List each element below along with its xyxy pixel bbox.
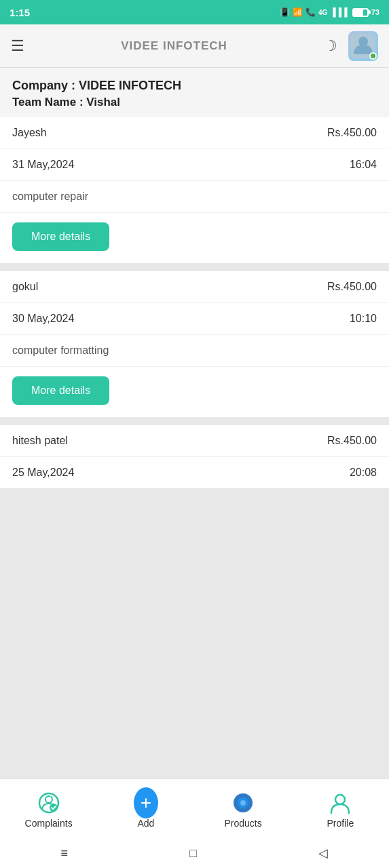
nav-profile-label: Profile [327, 818, 354, 829]
header-icons: ☽ [324, 31, 378, 61]
card-1-description: computer repair [0, 181, 389, 213]
card-1-desc-text: computer repair [12, 191, 88, 202]
hamburger-icon[interactable]: ☰ [11, 37, 24, 55]
nav-complaints[interactable]: Complaints [0, 791, 97, 829]
card-2-date-row: 30 May,2024 10:10 [0, 303, 389, 335]
header: ☰ VIDEE INFOTECH ☽ [0, 24, 389, 68]
card-3-name-row: hitesh patel Rs.450.00 [0, 425, 389, 457]
card-1: Jayesh Rs.450.00 31 May,2024 16:04 compu… [0, 117, 389, 263]
battery-icon [352, 8, 369, 17]
card-3-amount: Rs.450.00 [327, 435, 377, 447]
card-2-more-details-button[interactable]: More details [12, 376, 109, 405]
system-menu-icon[interactable]: ≡ [61, 846, 69, 861]
card-2-button-row: More details [0, 367, 389, 417]
company-name: Company : VIDEE INFOTECH [12, 79, 377, 93]
moon-icon[interactable]: ☽ [324, 37, 337, 55]
system-back-icon[interactable]: ◁ [318, 846, 328, 861]
card-3: hitesh patel Rs.450.00 25 May,2024 20:08 [0, 425, 389, 488]
svg-point-3 [45, 796, 52, 803]
nav-products-label: Products [225, 818, 262, 829]
header-title: VIDEE INFOTECH [121, 39, 227, 53]
card-2-customer-name: gokul [12, 281, 38, 293]
card-2-date: 30 May,2024 [12, 313, 74, 325]
bottom-nav: Complaints + Add Products Profile [0, 778, 389, 838]
system-nav: ≡ □ ◁ [0, 838, 389, 868]
status-time: 1:15 [10, 7, 30, 18]
nav-add-label: Add [137, 818, 154, 829]
card-2-desc-text: computer formatting [12, 344, 109, 356]
add-circle: + [134, 787, 158, 818]
team-name: Team Name : Vishal [12, 96, 377, 109]
cards-container: Jayesh Rs.450.00 31 May,2024 16:04 compu… [0, 117, 389, 778]
card-1-name-row: Jayesh Rs.450.00 [0, 117, 389, 149]
card-1-amount: Rs.450.00 [327, 127, 377, 139]
status-icons: 📳 📶 📞 4G ▐▐▐ 73 [280, 7, 379, 17]
system-home-icon[interactable]: □ [189, 846, 197, 861]
svg-point-7 [240, 800, 246, 806]
nav-profile[interactable]: Profile [292, 791, 389, 829]
battery-level: 73 [371, 8, 379, 16]
card-1-button-row: More details [0, 213, 389, 263]
lte-icon: 4G [318, 9, 327, 16]
card-2-name-row: gokul Rs.450.00 [0, 271, 389, 303]
profile-icon [328, 791, 352, 815]
vibrate-icon: 📳 [280, 7, 290, 17]
products-icon [231, 791, 255, 815]
nav-products[interactable]: Products [195, 791, 292, 829]
card-1-time: 16:04 [350, 159, 377, 171]
card-2-amount: Rs.450.00 [327, 281, 377, 293]
card-1-date: 31 May,2024 [12, 159, 74, 171]
card-3-time: 20:08 [350, 467, 377, 479]
card-2-description: computer formatting [0, 335, 389, 367]
avatar-online-badge [369, 52, 377, 60]
avatar-container[interactable] [348, 31, 378, 61]
card-2-time: 10:10 [350, 313, 377, 325]
card-3-date-row: 25 May,2024 20:08 [0, 457, 389, 488]
card-1-more-details-button[interactable]: More details [12, 222, 109, 251]
signal-icon: ▐▐▐ [330, 7, 348, 17]
add-icon: + [134, 791, 158, 815]
nav-add[interactable]: + Add [97, 791, 194, 829]
card-3-date: 25 May,2024 [12, 467, 74, 479]
call-icon: 📞 [305, 7, 316, 17]
card-1-date-row: 31 May,2024 16:04 [0, 149, 389, 181]
nav-complaints-label: Complaints [25, 818, 73, 829]
company-info: Company : VIDEE INFOTECH Team Name : Vis… [0, 68, 389, 117]
wifi-icon: 📶 [293, 7, 303, 17]
card-3-customer-name: hitesh patel [12, 435, 68, 447]
card-1-customer-name: Jayesh [12, 127, 47, 139]
card-2: gokul Rs.450.00 30 May,2024 10:10 comput… [0, 271, 389, 417]
complaints-icon [37, 791, 61, 815]
status-bar: 1:15 📳 📶 📞 4G ▐▐▐ 73 [0, 0, 389, 24]
svg-point-8 [335, 795, 345, 804]
svg-point-1 [358, 37, 368, 46]
